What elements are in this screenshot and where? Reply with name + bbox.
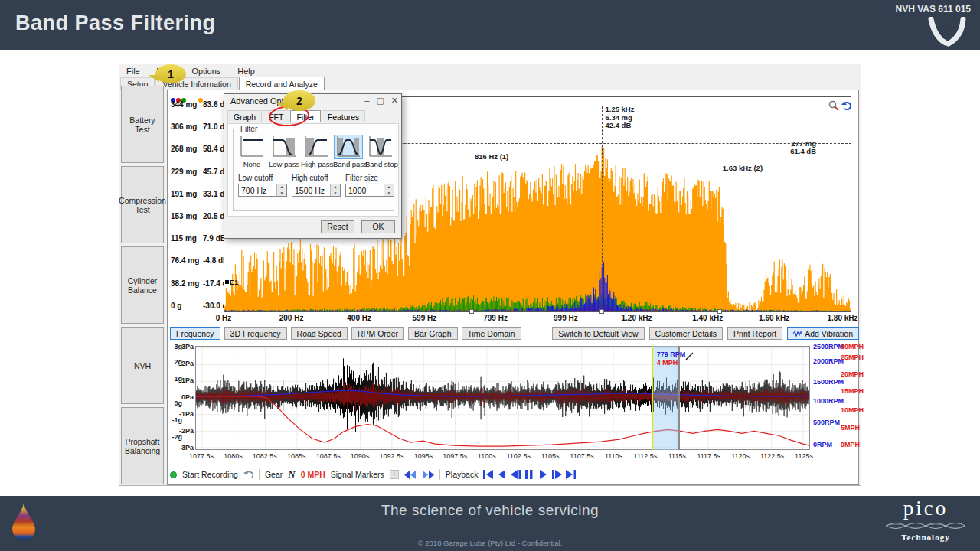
- slide-footer: The science of vehicle servicing © 2018 …: [0, 496, 980, 551]
- spin-up-icon[interactable]: ▲: [384, 184, 394, 191]
- add-vibration-icon: [793, 330, 802, 337]
- peak-cursor-line[interactable]: [602, 106, 603, 312]
- spectrum-xlabel: 1.60 kHz: [759, 314, 789, 322]
- menu-item-help[interactable]: Help: [237, 67, 255, 76]
- view-button-3d-frequency[interactable]: 3D Frequency: [224, 327, 287, 340]
- time-ylabel-rpm: 0RPM: [813, 441, 832, 448]
- edit-pencil-icon[interactable]: [684, 352, 694, 361]
- marker2-cursor-line-handle[interactable]: [717, 309, 722, 314]
- spin-down-icon[interactable]: ▼: [331, 191, 340, 197]
- view-button-rpm-order[interactable]: RPM Order: [351, 327, 404, 340]
- time-ylabel-rpm: 1000RPM: [813, 397, 844, 405]
- view-button-time-domain[interactable]: Time Domain: [462, 327, 521, 340]
- spectrum-xlabel: 799 Hz: [483, 314, 508, 322]
- playback-back-icon[interactable]: [497, 470, 507, 479]
- dialog-tab-features[interactable]: Features: [322, 110, 365, 122]
- marker2-cursor-line[interactable]: [720, 162, 720, 312]
- spin-up-icon[interactable]: ▲: [331, 184, 340, 191]
- ok-button[interactable]: OK: [361, 220, 395, 233]
- view-button-print-report[interactable]: Print Report: [727, 327, 782, 340]
- field-spinbox[interactable]: 1000▲▼: [345, 184, 394, 197]
- add-marker-icon[interactable]: +: [390, 470, 399, 479]
- dialog-tab-graph[interactable]: Graph: [227, 110, 262, 122]
- reset-button[interactable]: Reset: [321, 220, 354, 233]
- sidebar-item-nvh[interactable]: NVH: [121, 327, 164, 404]
- field-label: High cutoff: [292, 174, 342, 182]
- tab-record-and-analyze[interactable]: Record and Analyze: [239, 77, 325, 90]
- spectrum-ylabel-mg: 153 mg: [171, 212, 203, 220]
- document-reference: NVH VAS 611 015: [895, 4, 971, 15]
- zoom-icon[interactable]: [828, 100, 839, 111]
- spin-buttons[interactable]: ▲▼: [276, 184, 286, 196]
- view-button-add-vibration[interactable]: Add Vibration: [787, 327, 859, 340]
- marker1-cursor-line[interactable]: [472, 151, 472, 313]
- view-button-bar-graph[interactable]: Bar Graph: [408, 327, 457, 340]
- filter-option-none[interactable]: None: [237, 135, 267, 168]
- field-value: 1000: [346, 184, 384, 196]
- spin-down-icon[interactable]: ▼: [277, 191, 286, 197]
- status-bar: Start Recording Gear N 0 MPH Signal Mark…: [170, 467, 576, 482]
- spin-buttons[interactable]: ▲▼: [384, 184, 394, 196]
- time-ylabel-pa: -3Pa: [179, 444, 194, 452]
- start-recording-button[interactable]: Start Recording: [182, 470, 238, 479]
- marker-yellow-line[interactable]: [652, 346, 653, 450]
- sidebar-item-cylinder-balance[interactable]: Cylinder Balance: [121, 246, 164, 324]
- filter-option-bandpass[interactable]: Band pass: [333, 135, 364, 168]
- filter-option-lowpass[interactable]: Low pass: [269, 135, 299, 168]
- field-label: Low cutoff: [238, 174, 289, 182]
- view-button-label: Switch to Default View: [558, 329, 638, 338]
- time-ylabel-mph: 15MPH: [841, 387, 864, 395]
- view-buttons-left: Frequency3D FrequencyRoad SpeedRPM Order…: [170, 327, 521, 340]
- spectrum-ylabel-mg: 344 mg: [171, 100, 203, 109]
- copyright: © 2018 Garage Lube (Pty) Ltd - Confident…: [0, 539, 980, 547]
- time-xlabel: 1117.5s: [697, 452, 720, 460]
- field-label: Filter size: [345, 174, 396, 182]
- spin-down-icon[interactable]: ▼: [384, 191, 394, 197]
- spectrum-ylabel-mg: 268 mg: [171, 145, 203, 153]
- view-button-switch-to-default-view[interactable]: Switch to Default View: [552, 327, 644, 340]
- marker1-cursor-line-handle[interactable]: [469, 309, 474, 314]
- filter-options: NoneLow passHigh passBand passBand stop: [237, 135, 396, 168]
- close-icon[interactable]: ✕: [391, 96, 398, 106]
- filter-option-bandstop[interactable]: Band stop: [365, 135, 396, 168]
- spectrum-ylabel-mg: 115 mg: [171, 234, 203, 243]
- spin-buttons[interactable]: ▲▼: [330, 184, 340, 196]
- view-button-label: Customer Details: [655, 329, 717, 338]
- view-button-road-speed[interactable]: Road Speed: [291, 327, 348, 340]
- spectrum-ylabel-mg: 306 mg: [171, 122, 203, 131]
- maximize-icon[interactable]: ▢: [376, 96, 384, 106]
- peak-cursor-line-handle[interactable]: [599, 309, 604, 314]
- time-ylabel-mph: 25MPH: [841, 354, 864, 361]
- playback-start-icon[interactable]: [483, 470, 493, 479]
- sidebar-item-compression-test[interactable]: Compression Test: [121, 166, 164, 243]
- playback-pause-icon[interactable]: [524, 470, 534, 479]
- field-spinbox[interactable]: 700 Hz▲▼: [238, 184, 287, 197]
- sidebar-item-battery-test[interactable]: Battery Test: [121, 86, 164, 163]
- field-low-cutoff: Low cutoff700 Hz▲▼: [238, 174, 289, 197]
- spectrum-xlabel: 400 Hz: [347, 314, 371, 322]
- undo-icon[interactable]: [243, 471, 253, 479]
- playback-play-icon[interactable]: [538, 470, 548, 479]
- filter-bandstop-icon: [366, 135, 395, 159]
- prev-marker-icon[interactable]: [404, 471, 416, 479]
- playback-step-back-icon[interactable]: [511, 470, 521, 479]
- view-button-customer-details[interactable]: Customer Details: [649, 327, 724, 340]
- time-domain-plot[interactable]: [195, 346, 810, 450]
- undo-zoom-icon[interactable]: [841, 100, 852, 111]
- cursor-label-e1[interactable]: E1: [225, 278, 239, 286]
- menu-item-options[interactable]: Options: [191, 67, 220, 76]
- playback-end-icon[interactable]: [566, 470, 576, 479]
- dialog-buttons: Reset OK: [321, 220, 395, 233]
- sidebar-item-propshaft-balancing[interactable]: Propshaft Balancing: [121, 407, 164, 484]
- slide-title: Band Pass Filtering: [15, 11, 216, 35]
- next-marker-icon[interactable]: [422, 471, 434, 479]
- marker1-label: 816 Hz (1): [475, 153, 508, 161]
- menu-item-file[interactable]: File: [126, 67, 140, 76]
- filter-option-highpass[interactable]: High pass: [301, 135, 332, 168]
- minimize-icon[interactable]: –: [364, 96, 369, 106]
- playback-step-forward-icon[interactable]: [552, 470, 562, 479]
- field-spinbox[interactable]: 1500 Hz▲▼: [292, 184, 341, 197]
- view-button-frequency[interactable]: Frequency: [170, 327, 220, 340]
- view-button-label: Add Vibration: [805, 329, 853, 338]
- spin-up-icon[interactable]: ▲: [277, 184, 286, 191]
